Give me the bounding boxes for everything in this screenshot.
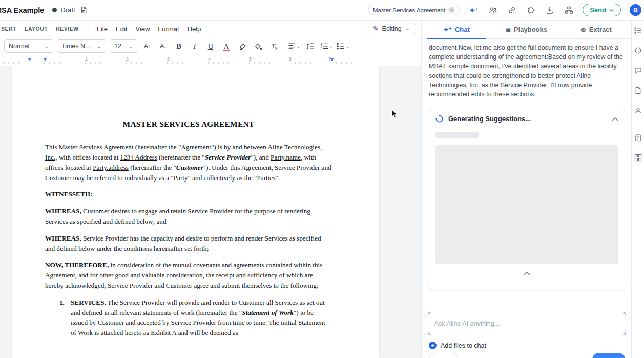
document-pill[interactable]: Master Services Agreement ✕ [368, 5, 460, 15]
ruler-number: 4 [208, 56, 211, 62]
document-heading: MASTER SERVICES AGREEMENT [45, 118, 332, 130]
underline-button[interactable]: U [204, 39, 217, 53]
outline-icon[interactable] [634, 27, 642, 34]
status-dot-icon [52, 8, 57, 12]
toolbar-divider [284, 41, 284, 51]
editing-mode-dropdown[interactable]: ✎ Editing ⌄ [367, 23, 416, 34]
draft-status-label: Draft [60, 6, 75, 14]
menu-bar: SERT LAYOUT REVIEW | File Edit View Form… [0, 21, 421, 37]
right-margin-marker[interactable] [330, 58, 334, 61]
ribbon-tab-review[interactable]: REVIEW [56, 26, 78, 32]
clipboard-icon[interactable] [634, 134, 642, 142]
italic-button[interactable]: I [189, 39, 201, 53]
ruler-number: 6 [289, 56, 292, 62]
skeleton-line [435, 132, 479, 138]
menu-help[interactable]: Help [188, 25, 201, 33]
extract-icon: ⊕ [581, 26, 586, 33]
paragraph-style-value: Normal [9, 43, 29, 50]
document-body: This Master Services Agreement (hereinaf… [45, 142, 332, 338]
chevron-down-icon: ⌄ [97, 44, 101, 49]
fill-color-button[interactable] [252, 39, 264, 53]
chat-input[interactable] [428, 312, 626, 335]
chat-send-button[interactable] [592, 353, 625, 358]
font-size-select[interactable]: 12⌄ [110, 39, 137, 53]
panel-tabs: ✦⁺ Chat ≣ Playbooks ⊕ Extract [422, 21, 631, 39]
document-title: MSA Example [0, 6, 44, 14]
chevron-down-icon: ⌄ [405, 25, 410, 32]
add-files-button[interactable]: + Add files to chat [429, 342, 486, 349]
ruler-number: 2 [126, 56, 129, 62]
doc-paragraph: WHEREAS, Customer desires to engage and … [45, 206, 332, 227]
document-icon[interactable] [634, 87, 642, 94]
close-icon[interactable]: ✕ [448, 7, 455, 13]
chevron-down-icon: ⌄ [297, 44, 301, 49]
ribbon-tab-layout[interactable]: LAYOUT [25, 26, 48, 32]
right-icon-rail [631, 21, 644, 358]
menu-file[interactable]: File [97, 25, 108, 33]
paragraph-style-select[interactable]: Normal⌄ [4, 39, 53, 53]
highlight-button[interactable] [236, 39, 248, 53]
menu-divider: | [87, 25, 89, 33]
chevron-down-icon: ⌄ [346, 44, 350, 49]
draft-status: Draft [52, 5, 89, 15]
list-number: 1. [59, 297, 71, 308]
doc-paragraph: NOW, THEREFORE, in consideration of the … [45, 260, 332, 290]
clear-formatting-button[interactable] [268, 39, 280, 53]
playbooks-icon: ≣ [506, 26, 511, 33]
numbered-list-button[interactable]: ⌄ [320, 39, 334, 53]
history-icon[interactable] [526, 5, 536, 15]
increase-font-size-button[interactable]: A↑ [141, 39, 153, 53]
collapse-chevron-icon[interactable] [428, 271, 626, 276]
chevron-up-icon[interactable] [612, 117, 618, 121]
editing-mode-label: Editing [382, 25, 402, 32]
link-icon[interactable] [507, 5, 517, 15]
org-chart-icon[interactable] [564, 5, 574, 15]
person-icon[interactable] [634, 107, 642, 114]
document-page[interactable]: MASTER SERVICES AGREEMENT This Master Se… [12, 66, 379, 358]
history-clock-icon[interactable] [634, 47, 642, 54]
tab-chat[interactable]: ✦⁺ Chat [422, 21, 491, 38]
text-color-button[interactable]: A [220, 39, 233, 53]
decrease-font-size-button[interactable]: A↓ [157, 39, 169, 53]
menu-format[interactable]: Format [158, 25, 179, 33]
chevron-down-icon: ⌄ [329, 44, 334, 49]
add-files-label: Add files to chat [441, 342, 486, 349]
doc-paragraph: 1.SERVICES. The Service Provider will pr… [45, 297, 332, 338]
grid-icon[interactable] [634, 154, 642, 162]
chevron-down-icon: ⌄ [45, 44, 49, 49]
tab-playbooks-label: Playbooks [514, 26, 547, 33]
document-pill-label: Master Services Agreement [373, 7, 445, 13]
tab-extract-label: Extract [589, 26, 612, 33]
line-spacing-button[interactable] [304, 39, 317, 53]
top-bar: MSA Example Draft Master Services Agreem… [0, 0, 644, 21]
spinner-icon [435, 115, 443, 123]
ai-side-panel: ✦⁺ Chat ≣ Playbooks ⊕ Extract document.N… [421, 21, 631, 358]
send-button[interactable]: Send [583, 4, 621, 16]
download-icon[interactable] [545, 5, 555, 15]
font-size-value: 12 [114, 43, 121, 50]
bold-button[interactable]: B [173, 39, 185, 53]
collaborators-icon[interactable] [488, 5, 498, 15]
menu-edit[interactable]: Edit [116, 25, 127, 33]
ruler-number: 3 [167, 56, 170, 62]
ribbon-tab-insert[interactable]: SERT [1, 26, 16, 32]
sparkles-icon: ✦⁺ [444, 26, 452, 33]
indent-marker[interactable] [28, 58, 32, 61]
comments-icon[interactable] [634, 67, 642, 74]
bullet-list-button[interactable]: ⌄ [337, 39, 350, 53]
tab-extract[interactable]: ⊕ Extract [562, 21, 631, 38]
avatar[interactable]: B [630, 4, 641, 16]
ai-sparkles-icon[interactable]: ✦⁺ [469, 5, 479, 15]
plus-icon: + [429, 342, 437, 349]
font-family-select[interactable]: Times N...⌄ [57, 39, 106, 53]
left-margin-marker[interactable] [43, 58, 47, 61]
formatting-toolbar: Normal⌄ Times N...⌄ 12⌄ A↑ A↓ B I U A ⌄ … [0, 37, 421, 55]
horizontal-ruler: 1 2 3 4 5 6 7 [0, 55, 421, 66]
chat-secondary-button[interactable] [429, 353, 459, 358]
menu-view[interactable]: View [135, 25, 150, 33]
assistant-message: document.Now, let me also get the full d… [429, 43, 625, 99]
align-button[interactable]: ⌄ [288, 39, 301, 53]
tab-playbooks[interactable]: ≣ Playbooks [491, 21, 561, 38]
chevron-down-icon: ⌄ [129, 44, 133, 49]
doc-paragraph: WHEREAS, Service Provider has the capaci… [45, 233, 332, 254]
